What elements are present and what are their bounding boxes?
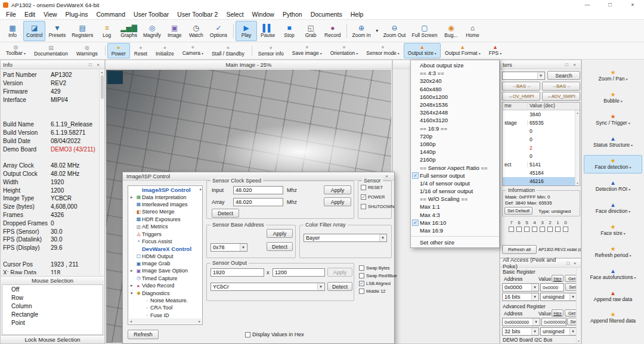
right-toolbar-button[interactable]: ▲ Face autofunctions [584,265,642,284]
right-toolbar-button[interactable]: ▲ Status Structure [584,133,642,151]
bit-checkbox[interactable] [555,227,561,232]
output-size-menu-item[interactable]: ✓ Full sensor output [411,172,499,179]
bas-preset-button-2[interactable]: →BAS→ [542,82,580,91]
toolbar-button[interactable]: ◎ Magnify [140,21,164,41]
menu-item[interactable]: Documents [306,11,346,18]
mouse-selection-option[interactable]: Off [2,286,103,294]
register-page-select[interactable]: ▾ [502,72,545,80]
toolbar-button[interactable]: ● Sensor info [254,43,288,58]
hex-button[interactable]: Hex [552,275,564,282]
checkbox[interactable]: ✓ [359,281,364,286]
mouse-selection-option[interactable]: Point [2,319,103,327]
tree-item[interactable]: ◦ Noise Measure. [128,297,202,304]
output-size-menu-item[interactable]: Max 4:3 [411,211,499,219]
ov-hmipi-button[interactable]: →OV_HMIPI [502,92,540,101]
output-size-menu-item[interactable]: Max 1:1 [411,203,499,210]
output-size-menu-item[interactable]: 720p [411,132,499,140]
basic-address-select[interactable]: 0x0000 ▾ [502,283,539,292]
output-size-menu-item[interactable]: 320x240 [411,77,499,85]
float-panel-icon[interactable]: □ [563,62,571,67]
mouse-selection-option[interactable]: Column [2,302,103,311]
toolbar-button[interactable]: ■ Stop [278,21,300,41]
menu-item[interactable]: Select [222,11,247,18]
output-size-menu-item[interactable]: 1/4 of sensor output [411,179,499,187]
right-toolbar-button[interactable]: ★ Bubble [584,89,642,107]
right-toolbar-button[interactable]: ★ Zoom / Pan [584,67,642,85]
apply-button[interactable]: Apply [324,197,351,206]
tree-item[interactable]: Image/ISP Control [128,186,202,193]
output-format-select[interactable]: YCbCr ▾ [210,283,325,291]
expander-icon[interactable]: ▸ [131,283,135,288]
float-panel-icon[interactable]: □ [565,261,572,266]
tree-item[interactable]: ▩ HDR Exposures [128,216,202,223]
tree-item[interactable]: ◬ Triggers [128,230,202,237]
menu-item[interactable]: User Toolbar 2 [173,11,222,18]
close-panel-icon[interactable]: × [94,62,102,67]
right-toolbar-button[interactable]: ▲ Detection ROI [584,177,642,196]
float-panel-icon[interactable]: □ [86,62,94,67]
register-row[interactable]: stage 65535 [503,119,580,127]
toolbar-button[interactable]: ● Reset [130,43,151,58]
apply-button[interactable]: Apply [267,229,293,238]
output-size-menu-item[interactable]: 640x480 [411,85,499,93]
register-row[interactable]: 45184 [503,169,580,177]
toolbar-button[interactable]: ▲ Output size [404,43,441,58]
register-row[interactable]: 0 [503,152,580,160]
toolbar-button[interactable]: ● Save image [288,43,326,58]
toolbar-button[interactable]: ▤ Registers [69,21,96,41]
lock-mouse-selection[interactable]: Lock Mouse Selection [1,335,104,343]
menu-item[interactable]: Help [346,11,368,18]
base-address-select[interactable]: 0x78 ▾ [210,243,247,252]
register-row[interactable]: 0 [503,135,580,144]
flag-checkbox-row[interactable]: Swap Bytes [359,265,397,271]
output-size-menu-item[interactable]: 4160x3120 [411,116,499,124]
advanced-value-field[interactable]: 0x00000000 [541,318,566,326]
menu-item[interactable]: Plug-ins [61,11,92,18]
name-column-header[interactable]: me [503,103,528,110]
value-column-header[interactable]: Value (dec) [528,103,580,110]
detect-button[interactable]: Detect [327,282,352,291]
toolbar-button[interactable]: ▲ FPS [485,43,506,58]
output-size-menu-item[interactable]: 2160p [411,156,499,163]
output-size-menu-item[interactable]: == Sensor Aspect Ratio == [411,163,499,171]
close-panel-icon[interactable]: × [571,261,578,266]
toolbar-button[interactable]: ▲ Output Format [441,43,485,58]
tree-item[interactable]: DevWareX Control [128,245,202,252]
scroll-down-icon[interactable]: ▾ [577,181,578,185]
adv-smipi-button[interactable]: →ADV_SMIPI [542,92,580,101]
toolbar-button[interactable]: ● Power [107,43,130,58]
info-scrollbar[interactable]: ▴ [99,70,104,274]
set-default-button[interactable]: Set Default [504,207,532,215]
bit-checkbox[interactable] [524,227,530,232]
cfa-select[interactable]: Bayer ▾ [304,234,387,242]
toolbar-button[interactable]: ● Stall / Standby [208,43,249,58]
hex-button[interactable]: Hex [552,309,564,317]
minimize-button[interactable]: — [576,0,599,10]
bit-checkbox[interactable] [547,227,553,232]
toolbar-button[interactable]: ◷ Watch [185,21,207,41]
detect-button[interactable]: Detect [267,242,293,251]
apply-button[interactable]: Apply [324,185,351,194]
output-size-menu-item[interactable]: Max 16:9 [411,227,499,234]
output-size-menu-item[interactable]: 2048x1536 [411,101,499,109]
scroll-right-icon[interactable]: ▸ [199,319,200,323]
sensor-checkbox-row[interactable]: SHUTDOWN [361,204,394,209]
toolbar-button[interactable]: ▼ Presets [45,21,69,41]
menu-item[interactable]: User Toolbar [129,11,173,18]
output-size-menu-item[interactable]: 1/16 of sensor output [411,187,499,195]
flag-checkbox-row[interactable]: Swap Red/Blue [359,273,397,278]
scroll-down-icon[interactable]: ▾ [578,339,580,343]
close-icon[interactable]: × [383,173,391,179]
toolbar-button[interactable]: ✓ Options [207,21,230,41]
basic-value-field[interactable]: 0x0000 [540,283,564,292]
refresh-all-button[interactable]: Refresh all [502,245,537,254]
registers-table-scrollbar[interactable]: ▴ ▾ [575,110,580,185]
checkbox[interactable] [359,289,364,294]
advanced-address-select[interactable]: 0x00000000 ▾ [502,318,540,326]
bit-checkbox[interactable] [563,227,568,232]
menu-item[interactable]: Command [92,11,129,18]
tree-item[interactable]: ◧ Stereo Merge [128,208,202,215]
output-height-field[interactable]: 1200 [273,268,325,277]
bit-checkbox[interactable] [540,227,545,232]
mouse-selection-option[interactable]: Rectangle [2,311,103,319]
